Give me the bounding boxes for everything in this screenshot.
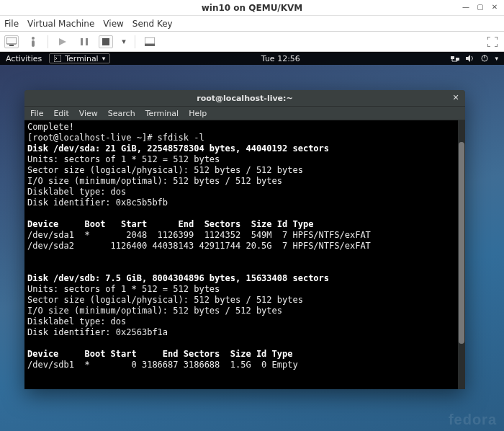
- host-menu-file[interactable]: File: [4, 19, 19, 29]
- host-menubar: File Virtual Machine View Send Key: [0, 16, 504, 32]
- svg-rect-11: [451, 56, 454, 59]
- host-menu-view[interactable]: View: [103, 19, 123, 29]
- terminal-titlebar[interactable]: root@localhost-live:~ ✕: [24, 90, 465, 106]
- svg-rect-3: [32, 40, 35, 47]
- network-icon: [451, 55, 459, 62]
- gnome-top-left: Activities Terminal ▾: [6, 53, 110, 63]
- svg-rect-8: [145, 37, 155, 44]
- host-window-title: win10 on QEMU/KVM: [0, 3, 504, 13]
- terminal-menubar: File Edit View Search Terminal Help: [24, 106, 465, 120]
- shutdown-menu-caret-icon[interactable]: ▾: [120, 35, 127, 48]
- gnome-system-tray[interactable]: ▾: [451, 55, 498, 62]
- svg-point-2: [32, 37, 35, 40]
- terminal-menu-terminal[interactable]: Terminal: [145, 109, 179, 118]
- svg-rect-5: [81, 38, 83, 45]
- host-menu-virtual-machine[interactable]: Virtual Machine: [27, 19, 94, 29]
- svg-marker-4: [59, 38, 66, 45]
- svg-rect-6: [86, 38, 88, 45]
- host-close-button[interactable]: ✕: [490, 2, 499, 12]
- host-window-controls: — ▢ ✕: [459, 0, 502, 14]
- terminal-title-text: root@localhost-live:~: [197, 94, 292, 103]
- host-minimize-button[interactable]: —: [462, 2, 470, 12]
- terminal-body[interactable]: Complete! [root@localhost-live ~]# sfdis…: [24, 120, 465, 389]
- activities-button[interactable]: Activities: [6, 54, 42, 63]
- terminal-menu-view[interactable]: View: [79, 109, 98, 118]
- power-icon: [481, 55, 488, 62]
- host-toolbar: ▾: [0, 32, 504, 52]
- terminal-menu-search[interactable]: Search: [108, 109, 135, 118]
- toolbar-separator-2: [135, 35, 135, 48]
- terminal-output[interactable]: Complete! [root@localhost-live ~]# sfdis…: [24, 120, 458, 389]
- terminal-scrollbar[interactable]: [458, 120, 465, 389]
- fedora-watermark: fedora: [449, 412, 497, 428]
- svg-rect-1: [9, 45, 14, 46]
- svg-rect-10: [54, 55, 61, 62]
- terminal-close-button[interactable]: ✕: [451, 93, 461, 103]
- svg-rect-0: [6, 37, 17, 44]
- svg-marker-13: [466, 55, 470, 62]
- host-titlebar: win10 on QEMU/KVM — ▢ ✕: [0, 0, 504, 16]
- shutdown-button[interactable]: [99, 35, 113, 48]
- terminal-window: root@localhost-live:~ ✕ File Edit View S…: [24, 90, 465, 389]
- host-maximize-button[interactable]: ▢: [476, 2, 485, 12]
- toolbar-separator: [48, 35, 48, 48]
- terminal-menu-edit[interactable]: Edit: [53, 109, 68, 118]
- host-menu-send-key[interactable]: Send Key: [132, 19, 173, 29]
- app-menu-terminal[interactable]: Terminal ▾: [49, 53, 110, 63]
- info-button[interactable]: [26, 35, 40, 48]
- svg-rect-7: [102, 38, 109, 45]
- tray-caret-icon: ▾: [495, 55, 498, 62]
- console-button[interactable]: [4, 35, 19, 48]
- volume-icon: [466, 55, 474, 62]
- app-menu-caret-icon: ▾: [102, 55, 106, 62]
- gnome-clock[interactable]: Tue 12:56: [110, 54, 451, 63]
- svg-rect-9: [145, 44, 155, 46]
- app-menu-label: Terminal: [65, 54, 99, 63]
- run-button[interactable]: [55, 35, 70, 48]
- guest-desktop: Activities Terminal ▾ Tue 12:56 ▾ root@l…: [0, 52, 504, 431]
- terminal-icon: [54, 55, 61, 62]
- svg-rect-12: [456, 58, 459, 61]
- snapshot-button[interactable]: [143, 35, 157, 48]
- gnome-top-bar: Activities Terminal ▾ Tue 12:56 ▾: [0, 52, 504, 65]
- terminal-menu-help[interactable]: Help: [189, 109, 207, 118]
- pause-button[interactable]: [77, 35, 91, 48]
- fullscreen-button[interactable]: [485, 35, 500, 48]
- terminal-scrollbar-thumb[interactable]: [459, 142, 464, 344]
- terminal-menu-file[interactable]: File: [30, 109, 43, 118]
